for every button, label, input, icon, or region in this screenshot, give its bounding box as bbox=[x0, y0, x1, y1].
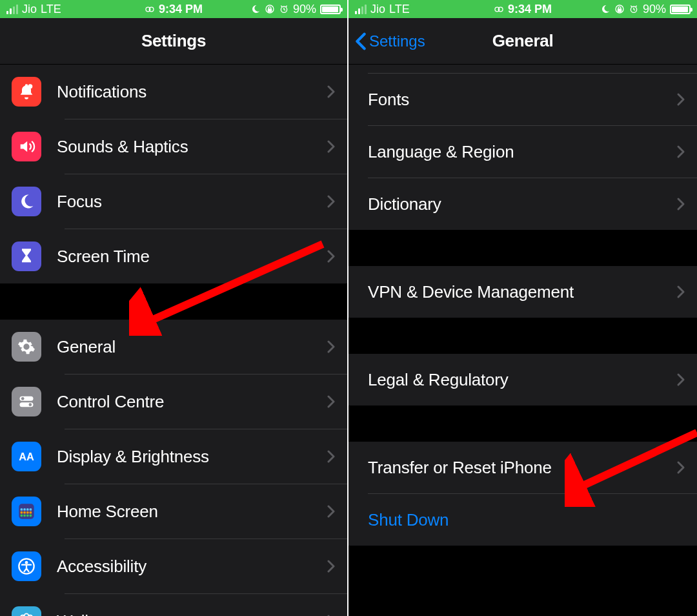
svg-point-9 bbox=[29, 403, 32, 406]
settings-row-controlcentre[interactable]: Control Centre bbox=[0, 375, 347, 429]
status-bar: Jio LTE 9:34 PM 90% bbox=[348, 0, 697, 18]
chevron-right-icon bbox=[327, 249, 336, 263]
speaker-icon bbox=[12, 132, 41, 161]
svg-rect-15 bbox=[30, 511, 32, 514]
svg-point-25 bbox=[25, 561, 28, 564]
orientation-lock-icon bbox=[265, 4, 275, 14]
settings-row-label: Legal & Regulatory bbox=[368, 370, 676, 390]
carrier-label: Jio bbox=[370, 3, 385, 16]
chevron-right-icon bbox=[676, 373, 685, 387]
hotspot-icon bbox=[494, 4, 504, 14]
settings-row-general[interactable]: General bbox=[0, 320, 347, 374]
settings-row-sounds[interactable]: Sounds & Haptics bbox=[0, 119, 347, 174]
chevron-right-icon bbox=[327, 395, 336, 409]
settings-row-label: Sounds & Haptics bbox=[57, 137, 327, 157]
svg-rect-17 bbox=[23, 515, 26, 517]
section-gap bbox=[348, 318, 697, 354]
settings-row-fonts[interactable]: Fonts bbox=[348, 74, 697, 125]
battery-pct: 90% bbox=[643, 3, 666, 16]
screenshot-general: Jio LTE 9:34 PM 90% bbox=[348, 0, 697, 616]
svg-rect-39 bbox=[618, 9, 621, 12]
section-gap bbox=[0, 283, 347, 320]
chevron-right-icon bbox=[327, 139, 336, 154]
settings-row-label: Screen Time bbox=[57, 247, 327, 267]
chevron-right-icon bbox=[676, 460, 685, 475]
settings-row-label: Dictionary bbox=[368, 194, 676, 214]
settings-group: FontsLanguage & RegionDictionary bbox=[348, 74, 697, 230]
hotspot-icon bbox=[145, 4, 155, 14]
section-gap bbox=[348, 406, 697, 442]
settings-row-label: Control Centre bbox=[57, 392, 327, 412]
settings-row-focus[interactable]: Focus bbox=[0, 174, 347, 229]
settings-row-screentime[interactable]: Screen Time bbox=[0, 229, 347, 283]
settings-row-label: Display & Brightness bbox=[57, 447, 327, 467]
settings-group: NotificationsSounds & HapticsFocusScreen… bbox=[0, 65, 347, 283]
alarm-icon bbox=[279, 4, 289, 14]
chevron-right-icon bbox=[327, 194, 336, 209]
settings-group: Transfer or Reset iPhoneShut Down bbox=[348, 442, 697, 546]
nav-bar: Settings bbox=[0, 18, 347, 65]
svg-rect-3 bbox=[268, 9, 271, 12]
svg-rect-16 bbox=[21, 515, 23, 517]
battery-icon bbox=[320, 5, 341, 14]
section-gap bbox=[348, 546, 697, 591]
dnd-moon-icon bbox=[250, 4, 261, 14]
status-time: 9:34 PM bbox=[159, 3, 203, 16]
battery-icon bbox=[670, 5, 691, 14]
settings-row-label: Language & Region bbox=[368, 142, 676, 162]
partial-row bbox=[368, 65, 697, 74]
status-bar: Jio LTE 9:34 PM 90% bbox=[0, 0, 347, 18]
back-button[interactable]: Settings bbox=[355, 32, 425, 50]
chevron-right-icon bbox=[676, 285, 685, 299]
svg-rect-14 bbox=[26, 511, 29, 514]
signal-icon bbox=[355, 4, 367, 14]
general-scroll[interactable]: FontsLanguage & RegionDictionaryVPN & De… bbox=[348, 65, 697, 616]
svg-rect-18 bbox=[26, 515, 29, 517]
settings-row-lang[interactable]: Language & Region bbox=[348, 126, 697, 178]
settings-row-accessibility[interactable]: Accessibility bbox=[0, 539, 347, 593]
dnd-moon-icon bbox=[600, 4, 611, 14]
status-time: 9:34 PM bbox=[508, 3, 552, 16]
chevron-right-icon bbox=[327, 449, 336, 464]
svg-text:AA: AA bbox=[19, 451, 34, 462]
settings-row-wallpaper[interactable]: Wallpaper bbox=[0, 594, 347, 616]
svg-point-5 bbox=[28, 84, 32, 88]
svg-rect-22 bbox=[26, 508, 29, 511]
battery-pct: 90% bbox=[293, 3, 316, 16]
settings-group: VPN & Device Management bbox=[348, 266, 697, 318]
settings-scroll[interactable]: NotificationsSounds & HapticsFocusScreen… bbox=[0, 65, 347, 616]
alarm-icon bbox=[629, 4, 639, 14]
settings-row-label: Shut Down bbox=[368, 510, 685, 530]
chevron-right-icon bbox=[676, 145, 685, 159]
bell-icon bbox=[12, 77, 41, 107]
network-label: LTE bbox=[389, 3, 410, 16]
settings-row-homescreen[interactable]: Home Screen bbox=[0, 484, 347, 539]
settings-row-label: Notifications bbox=[57, 82, 327, 102]
svg-point-7 bbox=[21, 397, 25, 400]
access-icon bbox=[12, 551, 41, 581]
settings-row-shutdown[interactable]: Shut Down bbox=[348, 494, 697, 546]
settings-row-dictionary[interactable]: Dictionary bbox=[348, 178, 697, 230]
back-label: Settings bbox=[369, 32, 425, 50]
screenshot-settings-root: Jio LTE 9:34 PM 90% bbox=[0, 0, 348, 616]
section-gap bbox=[348, 230, 697, 266]
svg-rect-19 bbox=[30, 515, 32, 517]
moon-icon bbox=[12, 187, 41, 216]
settings-row-vpn[interactable]: VPN & Device Management bbox=[348, 266, 697, 318]
hourglass-icon bbox=[12, 241, 41, 271]
signal-icon bbox=[6, 4, 18, 14]
settings-group: Legal & Regulatory bbox=[348, 354, 697, 406]
carrier-label: Jio bbox=[22, 3, 37, 16]
settings-row-display[interactable]: AADisplay & Brightness bbox=[0, 429, 347, 484]
settings-row-transfer[interactable]: Transfer or Reset iPhone bbox=[348, 442, 697, 493]
svg-rect-23 bbox=[30, 508, 32, 511]
svg-rect-20 bbox=[21, 508, 23, 511]
orientation-lock-icon bbox=[614, 4, 625, 14]
settings-row-label: General bbox=[57, 337, 327, 357]
settings-row-notifications[interactable]: Notifications bbox=[0, 65, 347, 119]
aa-icon: AA bbox=[12, 442, 41, 471]
settings-row-legal[interactable]: Legal & Regulatory bbox=[348, 354, 697, 406]
page-title: General bbox=[492, 31, 554, 51]
nav-bar: Settings General bbox=[348, 18, 697, 65]
gear-icon bbox=[12, 332, 41, 362]
